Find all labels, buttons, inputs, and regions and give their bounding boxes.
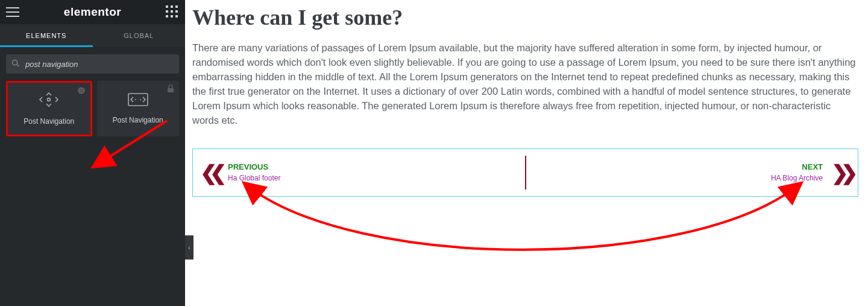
widget-search xyxy=(6,54,179,74)
widget-label: Post Navigation xyxy=(113,116,163,124)
nav-next-label: NEXT xyxy=(771,162,823,171)
nav-next[interactable]: NEXT HA Blog Archive ❯❯ xyxy=(526,149,858,196)
post-navigation-alt-icon xyxy=(128,93,148,109)
tab-elements[interactable]: ELEMENTS xyxy=(0,24,93,47)
page-title: Where can I get some? xyxy=(192,5,858,30)
nav-next-text: NEXT HA Blog Archive xyxy=(771,162,823,182)
chevrons-right-icon: ❯❯ xyxy=(831,162,851,183)
nav-prev[interactable]: ❮❮ PREVIOUS Ha Global footer xyxy=(193,149,525,196)
svg-line-1 xyxy=(17,65,19,66)
nav-prev-title: Ha Global footer xyxy=(228,174,280,182)
logo: elementor xyxy=(19,5,166,19)
svg-point-0 xyxy=(13,60,17,65)
widget-results: Post Navigation Post Navigation xyxy=(0,81,185,136)
preview-canvas: Where can I get some? There are many var… xyxy=(185,0,868,306)
svg-point-3 xyxy=(80,89,81,91)
elementor-sidebar: elementor ELEMENTS GLOBAL xyxy=(0,0,185,306)
widget-post-navigation-happyaddons[interactable]: Post Navigation xyxy=(6,81,92,136)
menu-icon[interactable] xyxy=(6,7,19,17)
tab-global[interactable]: GLOBAL xyxy=(93,24,186,47)
svg-point-2 xyxy=(78,87,85,94)
panel-collapse-handle[interactable]: ‹ xyxy=(185,235,193,260)
panel-tabs: ELEMENTS GLOBAL xyxy=(0,24,185,47)
sidebar-header: elementor xyxy=(0,0,185,24)
search-icon xyxy=(11,59,20,68)
post-navigation-icon xyxy=(39,92,59,110)
svg-point-4 xyxy=(81,89,83,91)
happyaddons-badge-icon xyxy=(77,86,86,97)
apps-grid-icon[interactable] xyxy=(166,5,179,19)
svg-rect-6 xyxy=(168,88,174,92)
nav-prev-text: PREVIOUS Ha Global footer xyxy=(228,162,280,182)
svg-point-5 xyxy=(48,98,51,101)
widget-label: Post Navigation xyxy=(24,117,74,126)
widget-post-navigation-pro[interactable]: Post Navigation xyxy=(97,81,180,136)
nav-prev-label: PREVIOUS xyxy=(228,162,280,171)
post-navigation-widget[interactable]: ❮❮ PREVIOUS Ha Global footer NEXT HA Blo… xyxy=(192,148,858,197)
nav-next-title: HA Blog Archive xyxy=(771,174,823,182)
chevrons-left-icon: ❮❮ xyxy=(200,162,219,183)
search-input[interactable] xyxy=(6,54,179,74)
lock-icon xyxy=(167,84,174,95)
body-paragraph: There are many variations of passages of… xyxy=(192,41,858,128)
